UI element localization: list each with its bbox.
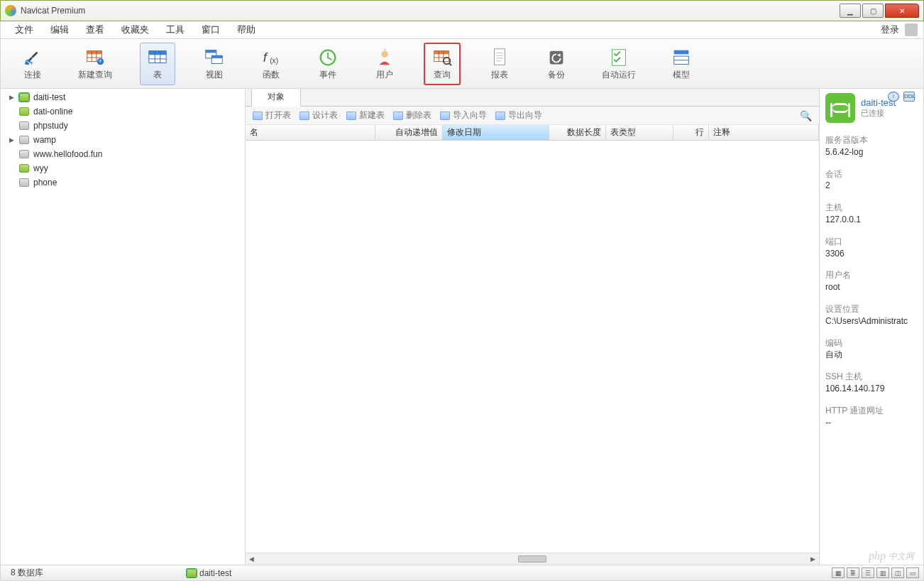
view-icon	[203, 46, 226, 69]
app-icon	[5, 5, 16, 16]
scroll-thumb[interactable]	[518, 555, 546, 563]
menu-view[interactable]: 查看	[77, 22, 113, 38]
info-icon[interactable]: i	[888, 92, 899, 102]
minimize-button[interactable]: ▁	[840, 4, 861, 18]
login-link[interactable]: 登录	[881, 23, 902, 36]
status-db-count: 8 数据库	[5, 567, 49, 579]
col-data-length[interactable]: 数据长度	[549, 125, 606, 140]
tool-user[interactable]: 用户	[367, 43, 402, 85]
plug-icon: +	[21, 46, 44, 69]
svg-text:(x): (x)	[270, 57, 278, 65]
op-open-table[interactable]: 打开表	[253, 109, 291, 121]
col-modified-date[interactable]: 修改日期	[443, 125, 549, 140]
col-table-type[interactable]: 表类型	[606, 125, 673, 140]
main-panel: 对象 打开表 设计表 新建表 删除表 导入向导 导出向导 🔍 名 自动递增值 修…	[246, 89, 819, 565]
op-import-wizard[interactable]: 导入向导	[440, 109, 487, 121]
info-value: 2	[825, 180, 918, 192]
info-value: 106.14.140.179	[825, 383, 918, 395]
avatar-icon[interactable]	[905, 23, 918, 36]
tree-item-phone[interactable]: phone	[1, 175, 245, 190]
tool-table[interactable]: 表	[140, 43, 175, 85]
tool-report[interactable]: 报表	[482, 43, 517, 85]
menu-help[interactable]: 帮助	[229, 22, 264, 38]
ddl-icon[interactable]: DDL	[903, 92, 915, 102]
info-key: 端口	[825, 236, 918, 248]
menu-file[interactable]: 文件	[6, 22, 42, 38]
info-value: 127.0.0.1	[825, 214, 918, 226]
tool-label: 连接	[24, 69, 41, 81]
menu-window[interactable]: 窗口	[193, 22, 229, 38]
horizontal-scrollbar[interactable]: ◀ ▶	[246, 553, 819, 565]
tool-label: 新建查询	[78, 69, 112, 81]
tree-item-dati-online[interactable]: dati-online	[1, 104, 245, 119]
view-grid-icon[interactable]: ▦	[832, 568, 845, 578]
view-detail-icon[interactable]: ☰	[862, 568, 874, 578]
tree-item-daiti-test[interactable]: ▶daiti-test	[1, 90, 245, 104]
tree-item-wyy[interactable]: wyy	[1, 161, 245, 175]
tool-label: 用户	[376, 69, 393, 81]
tool-label: 视图	[206, 69, 223, 81]
mini-table-icon	[299, 112, 309, 120]
tool-label: 事件	[319, 69, 336, 81]
tool-connect[interactable]: + 连接	[15, 43, 50, 85]
close-button[interactable]: ✕	[885, 4, 919, 18]
col-auto-increment[interactable]: 自动递增值	[375, 125, 443, 140]
svg-text:f: f	[263, 50, 268, 65]
svg-rect-5	[87, 51, 102, 55]
view-pane-icon[interactable]: ◫	[891, 568, 904, 578]
op-design-table[interactable]: 设计表	[299, 109, 338, 121]
tool-label: 报表	[491, 69, 508, 81]
maximize-button[interactable]: ▢	[862, 4, 884, 18]
tool-label: 表	[153, 69, 162, 81]
tool-model[interactable]: 模型	[664, 43, 699, 85]
object-toolbar: 打开表 设计表 新建表 删除表 导入向导 导出向导 🔍	[246, 107, 819, 125]
autorun-icon	[607, 46, 630, 69]
search-icon[interactable]: 🔍	[800, 110, 812, 121]
tree-item-phpstudy[interactable]: phpstudy	[1, 119, 245, 133]
tree-item-hellofood[interactable]: www.hellofood.fun	[1, 147, 245, 161]
svg-rect-41	[674, 50, 689, 55]
menu-edit[interactable]: 编辑	[42, 22, 77, 38]
tool-view[interactable]: 视图	[197, 43, 232, 85]
mini-table-icon	[393, 112, 403, 120]
tool-new-query[interactable]: + 新建查询	[72, 43, 119, 85]
menu-favorites[interactable]: 收藏夹	[113, 22, 158, 38]
tool-label: 查询	[434, 69, 451, 81]
database-icon	[19, 178, 29, 187]
connection-tree[interactable]: ▶daiti-test dati-online phpstudy ▶wamp w…	[1, 89, 246, 565]
database-icon	[19, 107, 29, 116]
col-rows[interactable]: 行	[673, 125, 709, 140]
col-name[interactable]: 名	[246, 125, 375, 140]
tool-function[interactable]: f(x) 函数	[253, 43, 289, 85]
tool-event[interactable]: 事件	[310, 43, 346, 85]
titlebar: Navicat Premium ▁ ▢ ✕	[0, 0, 924, 21]
tab-bar: 对象	[246, 89, 819, 107]
mini-table-icon	[253, 112, 263, 120]
tool-query[interactable]: 查询	[424, 43, 461, 85]
expand-icon[interactable]: ▶	[8, 136, 15, 143]
svg-line-32	[449, 63, 451, 65]
op-new-table[interactable]: 新建表	[346, 109, 385, 121]
op-delete-table[interactable]: 删除表	[393, 109, 431, 121]
scroll-left-icon[interactable]: ◀	[246, 555, 258, 563]
expand-icon[interactable]: ▶	[8, 94, 15, 101]
op-export-wizard[interactable]: 导出向导	[495, 109, 542, 121]
view-er-icon[interactable]: ▥	[876, 568, 889, 578]
scroll-right-icon[interactable]: ▶	[807, 555, 819, 563]
svg-rect-33	[495, 49, 505, 65]
grid-body[interactable]: ◀ ▶	[246, 141, 819, 565]
svg-rect-17	[206, 50, 216, 53]
tree-label: wamp	[33, 135, 56, 145]
tool-autorun[interactable]: 自动运行	[595, 43, 642, 85]
tool-label: 备份	[548, 69, 565, 81]
menu-tools[interactable]: 工具	[158, 22, 193, 38]
database-icon	[19, 150, 29, 158]
tool-backup[interactable]: 备份	[539, 43, 574, 85]
svg-rect-19	[211, 55, 222, 58]
view-full-icon[interactable]: ▭	[906, 568, 919, 578]
user-icon	[373, 46, 396, 69]
col-comment[interactable]: 注释	[709, 125, 819, 140]
view-list-icon[interactable]: ≣	[847, 568, 859, 578]
tab-object[interactable]: 对象	[251, 89, 301, 107]
tree-item-wamp[interactable]: ▶wamp	[1, 133, 245, 147]
